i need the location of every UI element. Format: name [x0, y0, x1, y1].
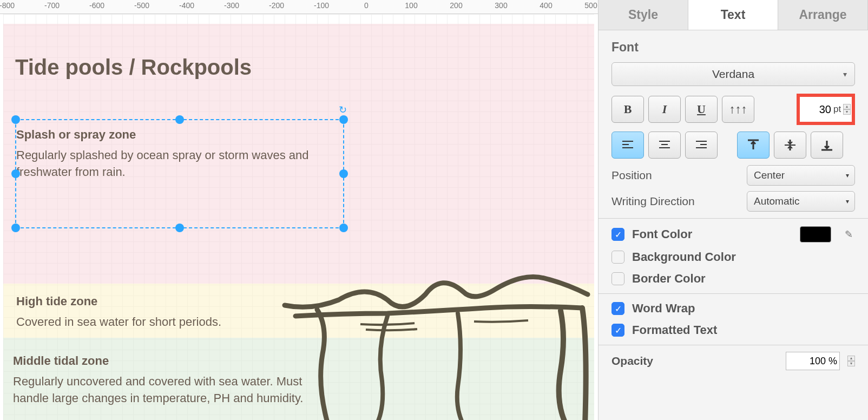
ruler-tick: -300: [224, 1, 239, 10]
formatted-text-label: Formatted Text: [632, 323, 717, 337]
middle-tidal-text[interactable]: Middle tidal zone Regularly uncovered an…: [13, 354, 338, 407]
position-label: Position: [611, 169, 741, 182]
ruler-tick: -200: [269, 1, 284, 10]
ruler-tick: -500: [134, 1, 149, 10]
background-color-label: Background Color: [632, 250, 736, 264]
high-tide-heading: High tide zone: [16, 294, 341, 309]
valign-top-button[interactable]: [737, 132, 770, 159]
middle-tidal-desc: Regularly uncovered and covered with sea…: [13, 373, 338, 407]
vertical-text-button[interactable]: ↑↑↑: [722, 96, 754, 123]
ruler-tick: -700: [44, 1, 60, 10]
tab-text[interactable]: Text: [688, 0, 778, 30]
font-size-step-down[interactable]: ▾: [843, 109, 851, 115]
font-section-title: Font: [611, 40, 855, 55]
background-color-checkbox[interactable]: [611, 251, 624, 264]
bold-button[interactable]: B: [611, 96, 644, 123]
valign-middle-button[interactable]: [774, 132, 806, 159]
align-left-button[interactable]: [611, 132, 644, 159]
tab-arrange[interactable]: Arrange: [778, 0, 868, 30]
font-family-select[interactable]: Verdana ▾: [611, 62, 855, 86]
splash-zone-heading: Splash or spray zone: [16, 128, 341, 142]
border-color-label: Border Color: [632, 272, 706, 286]
ruler-tick: -600: [89, 1, 104, 10]
splash-zone-desc: Regularly splashed by ocean spray or sto…: [16, 147, 341, 181]
chevron-down-icon: ▾: [846, 172, 849, 179]
opacity-step-up[interactable]: ▴: [847, 356, 855, 361]
font-size-input[interactable]: [800, 97, 832, 122]
canvas-area[interactable]: -800 -700 -600 -500 -400 -300 -200 -100 …: [0, 0, 599, 420]
font-color-label: Font Color: [632, 227, 692, 241]
diagram-title[interactable]: Tide pools / Rockpools: [15, 55, 252, 80]
valign-bottom-button[interactable]: [811, 132, 843, 159]
ruler-tick: -400: [179, 1, 194, 10]
font-size-field-highlight: pt ▴ ▾: [797, 94, 855, 125]
sidebar-tabs: Style Text Arrange: [599, 0, 868, 30]
font-size-unit: pt: [833, 104, 841, 115]
writing-direction-label: Writing Direction: [611, 195, 741, 208]
high-tide-desc: Covered in sea water for short periods.: [16, 314, 341, 331]
writing-direction-select[interactable]: Automatic ▾: [747, 191, 855, 212]
underline-button[interactable]: U: [685, 96, 718, 123]
selected-text-block[interactable]: Splash or spray zone Regularly splashed …: [16, 128, 341, 181]
format-sidebar: Style Text Arrange Font Verdana ▾ B I U …: [599, 0, 868, 420]
tab-style[interactable]: Style: [599, 0, 688, 30]
eyedropper-icon[interactable]: ✎: [842, 226, 855, 242]
word-wrap-checkbox[interactable]: ✓: [611, 302, 624, 315]
italic-button[interactable]: I: [648, 96, 681, 123]
align-right-button[interactable]: [685, 132, 718, 159]
font-color-swatch[interactable]: [800, 226, 831, 242]
ruler-horizontal: -800 -700 -600 -500 -400 -300 -200 -100 …: [0, 0, 598, 14]
ruler-tick: 100: [405, 1, 417, 10]
word-wrap-label: Word Wrap: [632, 301, 695, 316]
opacity-input[interactable]: [786, 352, 840, 370]
position-value: Center: [754, 169, 785, 181]
ruler-tick: -800: [0, 1, 15, 10]
ruler-tick: 200: [450, 1, 462, 10]
opacity-step-down[interactable]: ▾: [847, 361, 855, 366]
opacity-label: Opacity: [611, 355, 780, 368]
canvas[interactable]: Tide pools / Rockpools Splash or spray z…: [3, 14, 594, 420]
ruler-tick: 500: [584, 1, 597, 10]
formatted-text-checkbox[interactable]: ✓: [611, 324, 624, 337]
position-select[interactable]: Center ▾: [747, 165, 855, 186]
ruler-tick: 0: [364, 1, 369, 10]
ruler-tick: -100: [314, 1, 329, 10]
font-size-step-up[interactable]: ▴: [843, 104, 851, 109]
ruler-tick: 300: [495, 1, 507, 10]
ruler-tick: 400: [540, 1, 552, 10]
chevron-down-icon: ▾: [843, 70, 847, 78]
middle-tidal-heading: Middle tidal zone: [13, 354, 338, 368]
align-center-button[interactable]: [648, 132, 681, 159]
font-color-checkbox[interactable]: ✓: [611, 228, 624, 241]
high-tide-text[interactable]: High tide zone Covered in sea water for …: [16, 294, 341, 331]
chevron-down-icon: ▾: [846, 198, 849, 205]
font-family-value: Verdana: [712, 68, 754, 81]
border-color-checkbox[interactable]: [611, 272, 624, 285]
writing-direction-value: Automatic: [754, 195, 799, 207]
